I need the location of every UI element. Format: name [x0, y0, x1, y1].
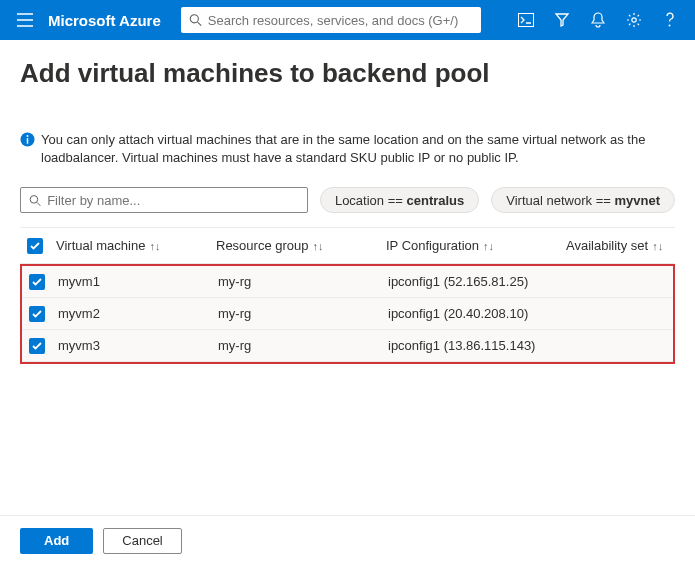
svg-point-8	[30, 195, 38, 203]
cell-vm: myvm2	[52, 306, 212, 321]
svg-point-4	[669, 25, 671, 27]
brand-label: Microsoft Azure	[42, 12, 175, 29]
sort-icon: ↑↓	[483, 240, 494, 252]
global-search-input[interactable]	[208, 13, 473, 28]
settings-icon[interactable]	[617, 0, 651, 40]
cloud-shell-icon[interactable]	[509, 0, 543, 40]
column-av[interactable]: Availability set↑↓	[560, 238, 675, 253]
select-all-checkbox[interactable]	[20, 238, 50, 254]
chip-label: Location ==	[335, 193, 403, 208]
notifications-icon[interactable]	[581, 0, 615, 40]
vm-table: Virtual machine↑↓ Resource group↑↓ IP Co…	[20, 227, 675, 364]
sort-icon: ↑↓	[652, 240, 663, 252]
name-filter[interactable]	[20, 187, 308, 213]
svg-point-3	[632, 18, 636, 22]
column-label: Virtual machine	[56, 238, 145, 253]
name-filter-input[interactable]	[47, 193, 299, 208]
cell-vm: myvm3	[52, 338, 212, 353]
top-bar: Microsoft Azure	[0, 0, 695, 40]
cell-rg: my-rg	[212, 274, 382, 289]
column-ip[interactable]: IP Configuration↑↓	[380, 238, 560, 253]
svg-point-7	[27, 135, 29, 137]
column-label: IP Configuration	[386, 238, 479, 253]
table-row[interactable]: myvm2 my-rg ipconfig1 (20.40.208.10)	[22, 298, 673, 330]
svg-rect-2	[519, 14, 534, 27]
row-checkbox[interactable]	[29, 274, 45, 290]
column-vm[interactable]: Virtual machine↑↓	[50, 238, 210, 253]
info-icon	[20, 132, 35, 152]
help-icon[interactable]	[653, 0, 687, 40]
column-rg[interactable]: Resource group↑↓	[210, 238, 380, 253]
table-header: Virtual machine↑↓ Resource group↑↓ IP Co…	[20, 228, 675, 264]
rows-highlight: myvm1 my-rg ipconfig1 (52.165.81.25) myv…	[20, 264, 675, 364]
add-button[interactable]: Add	[20, 528, 93, 554]
svg-point-0	[190, 15, 198, 23]
row-checkbox[interactable]	[29, 338, 45, 354]
table-row[interactable]: myvm1 my-rg ipconfig1 (52.165.81.25)	[22, 266, 673, 298]
cell-vm: myvm1	[52, 274, 212, 289]
footer-bar: Add Cancel	[0, 515, 695, 565]
column-label: Availability set	[566, 238, 648, 253]
page-title: Add virtual machines to backend pool	[0, 40, 695, 97]
location-filter-chip[interactable]: Location == centralus	[320, 187, 479, 213]
directory-filter-icon[interactable]	[545, 0, 579, 40]
chip-value: centralus	[406, 193, 464, 208]
global-search[interactable]	[181, 7, 481, 33]
column-label: Resource group	[216, 238, 309, 253]
info-banner: You can only attach virtual machines tha…	[0, 97, 695, 177]
search-icon	[189, 13, 202, 27]
sort-icon: ↑↓	[313, 240, 324, 252]
search-icon	[29, 194, 41, 207]
cancel-button[interactable]: Cancel	[103, 528, 181, 554]
svg-rect-6	[27, 138, 29, 144]
svg-line-1	[197, 22, 201, 26]
cell-ip: ipconfig1 (52.165.81.25)	[382, 274, 562, 289]
vnet-filter-chip[interactable]: Virtual network == myvnet	[491, 187, 675, 213]
menu-icon[interactable]	[8, 0, 42, 40]
table-row[interactable]: myvm3 my-rg ipconfig1 (13.86.115.143)	[22, 330, 673, 362]
cell-ip: ipconfig1 (13.86.115.143)	[382, 338, 562, 353]
chip-value: myvnet	[614, 193, 660, 208]
cell-ip: ipconfig1 (20.40.208.10)	[382, 306, 562, 321]
cell-rg: my-rg	[212, 306, 382, 321]
svg-line-9	[37, 202, 40, 205]
filter-row: Location == centralus Virtual network ==…	[0, 177, 695, 221]
chip-label: Virtual network ==	[506, 193, 611, 208]
row-checkbox[interactable]	[29, 306, 45, 322]
sort-icon: ↑↓	[149, 240, 160, 252]
cell-rg: my-rg	[212, 338, 382, 353]
info-text: You can only attach virtual machines tha…	[41, 131, 675, 167]
